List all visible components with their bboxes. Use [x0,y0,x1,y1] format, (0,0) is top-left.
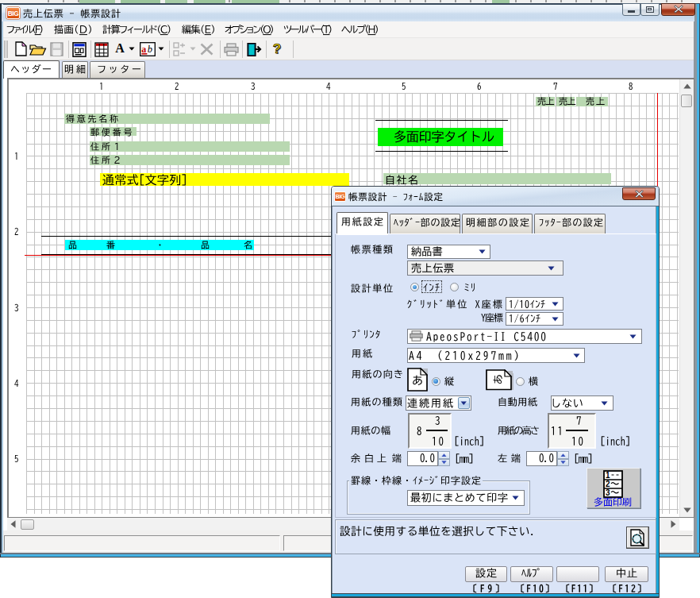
svg-text:b: b [148,44,152,55]
svg-text:3: 3 [606,488,610,497]
svg-text:1: 1 [606,471,610,480]
svg-text:2: 2 [606,480,610,488]
svg-text:a: a [141,44,146,55]
